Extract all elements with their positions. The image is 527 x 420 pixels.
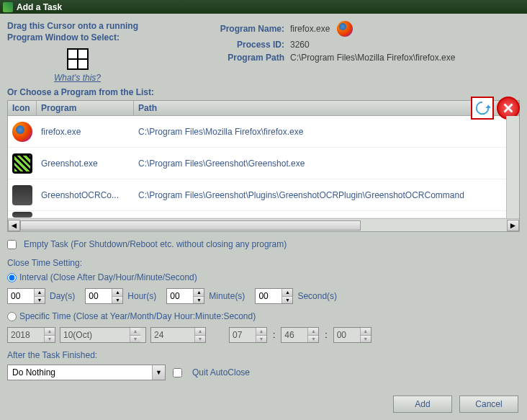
col-header-program[interactable]: Program — [37, 101, 134, 115]
empty-task-checkbox[interactable] — [7, 240, 17, 249]
sp-minute-spinner[interactable]: ▲▼ — [281, 327, 319, 343]
vertical-scrollbar[interactable] — [506, 116, 519, 218]
year-spinner[interactable]: ▲▼ — [7, 327, 55, 343]
up-icon[interactable]: ▲ — [308, 328, 318, 336]
sp-hour-spinner[interactable]: ▲▼ — [229, 327, 267, 343]
list-item[interactable] — [8, 211, 519, 218]
col-header-icon[interactable]: Icon — [8, 101, 37, 115]
down-icon[interactable]: ▼ — [256, 336, 266, 343]
sp-hour-input[interactable] — [230, 328, 256, 342]
quit-autoclose-label[interactable]: Quit AutoClose — [192, 367, 250, 377]
specific-time-radio[interactable] — [7, 312, 17, 321]
close-time-label: Close Time Setting: — [7, 258, 520, 268]
down-icon[interactable]: ▼ — [35, 297, 45, 304]
interval-radio[interactable] — [7, 273, 17, 282]
dialog-content: Drag this Cursor onto a running Program … — [0, 14, 527, 420]
specific-time-label[interactable]: Specific Time (Close at Year/Month/Day H… — [19, 311, 256, 321]
after-action-select[interactable]: Do Nothing ▼ — [7, 365, 166, 380]
month-spinner[interactable]: ▲▼ — [60, 327, 146, 343]
add-button[interactable]: Add — [393, 396, 452, 413]
up-icon[interactable]: ▲ — [361, 328, 371, 336]
after-finished-label: After the Task Finished: — [7, 350, 520, 360]
down-icon[interactable]: ▼ — [282, 297, 292, 304]
program-name-value: firefox.exe — [290, 24, 330, 34]
up-icon[interactable]: ▲ — [195, 328, 205, 336]
hour-input[interactable] — [86, 289, 112, 303]
down-icon[interactable]: ▼ — [308, 336, 318, 343]
day-spinner[interactable]: ▲▼ — [150, 327, 206, 343]
scroll-left-button[interactable]: ◄ — [8, 220, 20, 231]
minute-input[interactable] — [167, 289, 193, 303]
minute-unit: Minute(s) — [209, 291, 245, 301]
sp-second-input[interactable] — [334, 328, 360, 342]
colon: : — [273, 330, 275, 340]
up-icon[interactable]: ▲ — [194, 289, 204, 297]
day-unit: Day(s) — [50, 291, 75, 301]
horizontal-scrollbar[interactable]: ◄ ► — [8, 218, 519, 231]
titlebar: Add a Task — [0, 0, 527, 14]
cancel-button[interactable]: Cancel — [459, 396, 518, 413]
up-icon[interactable]: ▲ — [35, 289, 45, 297]
down-icon[interactable]: ▼ — [130, 336, 140, 343]
refresh-icon — [474, 100, 490, 116]
process-id-value: 3260 — [290, 40, 310, 50]
sp-minute-input[interactable] — [281, 328, 307, 342]
minute-spinner[interactable]: ▲▼ — [166, 288, 204, 304]
down-icon[interactable]: ▼ — [45, 336, 55, 343]
down-icon[interactable]: ▼ — [195, 336, 205, 343]
crosshair-picker[interactable] — [67, 48, 89, 70]
up-icon[interactable]: ▲ — [112, 289, 122, 297]
program-info: Program Name: firefox.exe Process ID: 32… — [191, 21, 455, 83]
scroll-right-button[interactable]: ► — [507, 220, 519, 231]
up-icon[interactable]: ▲ — [256, 328, 266, 336]
cursor-label-2: Program Window to Select: — [7, 32, 148, 43]
list-header: Icon Program Path — [8, 101, 519, 116]
greenshot-icon — [12, 153, 32, 174]
month-input[interactable] — [60, 328, 130, 342]
process-id-label: Process ID: — [191, 40, 284, 50]
down-icon[interactable]: ▼ — [194, 297, 204, 304]
second-input[interactable] — [256, 289, 281, 303]
hour-unit: Hour(s) — [127, 291, 156, 301]
interval-label[interactable]: Interval (Close After Day/Hour/Minute/Se… — [19, 272, 197, 282]
firefox-icon — [337, 21, 353, 37]
ocr-icon — [12, 185, 32, 205]
path-cell: C:\Program Files\Greenshot\Greenshot.exe — [134, 158, 519, 169]
down-icon[interactable]: ▼ — [361, 336, 371, 343]
day-input[interactable] — [8, 289, 34, 303]
scroll-thumb[interactable] — [20, 220, 361, 231]
up-icon[interactable]: ▲ — [45, 328, 55, 336]
second-spinner[interactable]: ▲▼ — [255, 288, 293, 304]
program-list: Icon Program Path firefox.exe C:\Program… — [7, 100, 520, 232]
firefox-icon — [12, 122, 32, 142]
partial-icon — [12, 212, 32, 218]
day-spinner[interactable]: ▲▼ — [7, 288, 45, 304]
list-body: firefox.exe C:\Program Files\Mozilla Fir… — [8, 116, 519, 218]
scroll-track[interactable] — [20, 220, 507, 231]
path-cell: C:\Program Files\Mozilla Firefox\firefox… — [134, 127, 519, 137]
window-title: Add a Task — [17, 2, 62, 12]
quit-autoclose-checkbox[interactable] — [173, 368, 182, 377]
program-cell: GreenshotOCRCo... — [37, 190, 134, 200]
list-item[interactable]: firefox.exe C:\Program Files\Mozilla Fir… — [8, 116, 519, 148]
list-item[interactable]: Greenshot.exe C:\Program Files\Greenshot… — [8, 148, 519, 179]
empty-task-label[interactable]: Empty Task (For Shutdown/Reboot etc. wit… — [24, 239, 287, 249]
down-icon[interactable]: ▼ — [112, 297, 122, 304]
list-item[interactable]: GreenshotOCRCo... C:\Program Files\Green… — [8, 179, 519, 211]
col-header-path[interactable]: Path — [134, 101, 519, 115]
close-icon — [500, 100, 516, 116]
whats-this-link[interactable]: What's this? — [54, 73, 101, 83]
up-icon[interactable]: ▲ — [282, 289, 292, 297]
colon: : — [325, 330, 327, 340]
chevron-down-icon[interactable]: ▼ — [152, 365, 165, 380]
sp-second-spinner[interactable]: ▲▼ — [333, 327, 371, 343]
program-path-value: C:\Program Files\Mozilla Firefox\firefox… — [290, 53, 455, 63]
program-cell: firefox.exe — [37, 127, 134, 137]
program-name-label: Program Name: — [191, 24, 284, 34]
up-icon[interactable]: ▲ — [130, 328, 140, 336]
hour-spinner[interactable]: ▲▼ — [85, 288, 123, 304]
second-unit: Second(s) — [297, 291, 337, 301]
day-input[interactable] — [151, 328, 194, 342]
year-input[interactable] — [8, 328, 44, 342]
path-cell: C:\Program Files\Greenshot\Plugins\Green… — [134, 190, 519, 200]
